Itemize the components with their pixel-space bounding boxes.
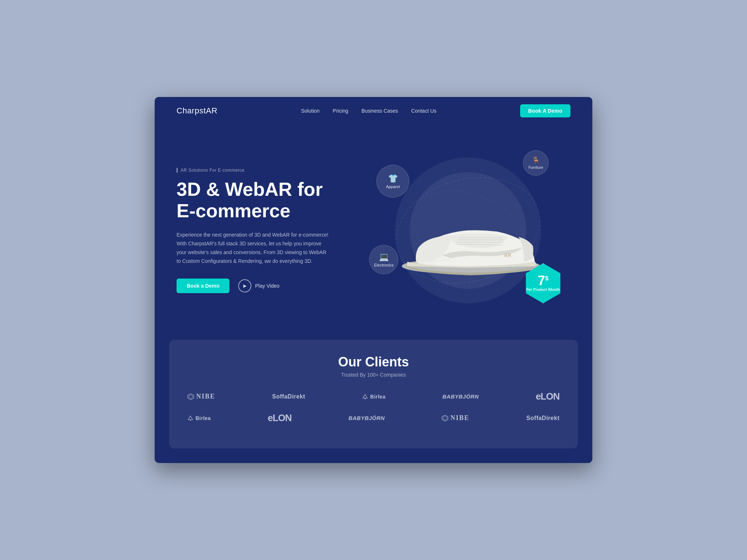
furniture-icon: 🪑: [532, 156, 540, 164]
price-currency: $: [545, 276, 549, 281]
client-birlea-2: Birlea: [187, 415, 211, 421]
hero-section: AR Solutions For E-commerce 3D & WebAR f…: [155, 125, 592, 340]
clients-title: Our Clients: [187, 354, 560, 370]
play-video-label: Play Video: [255, 283, 279, 289]
play-icon: ▶: [238, 279, 251, 292]
clients-section: Our Clients Trusted By 100+ Companies NI…: [169, 340, 578, 448]
logo-bold: Charpst: [177, 106, 206, 115]
electronics-label: Electronics: [374, 263, 394, 267]
furniture-label: Furniture: [529, 166, 543, 170]
category-apparel: 👕 Apparel: [376, 165, 409, 198]
clients-row-1: NIBE SoffaDirekt Birlea BABYBJÖRN eLON: [187, 391, 560, 402]
client-nibe-2: NIBE: [442, 414, 469, 422]
svg-marker-8: [363, 394, 367, 398]
hero-title: 3D & WebAR for E-commerce: [177, 179, 365, 222]
nav-contact-us[interactable]: Contact Us: [411, 108, 436, 114]
nav-business-cases[interactable]: Business Cases: [361, 108, 398, 114]
svg-rect-9: [365, 398, 366, 399]
svg-line-5: [457, 242, 504, 242]
hero-play-video-link[interactable]: ▶ Play Video: [238, 279, 279, 292]
birlea-tree-icon-2: [187, 415, 193, 421]
nav-pricing[interactable]: Pricing: [333, 108, 348, 114]
logo[interactable]: CharpstAR: [177, 106, 217, 116]
client-babybjorn-1: BABYBJÖRN: [442, 393, 479, 400]
hero-visual: 👕 Apparel 🪑 Furniture 💻 Electronics: [365, 143, 570, 318]
client-soffa-2: SoffaDirekt: [526, 415, 560, 421]
client-soffa-1: SoffaDirekt: [272, 393, 305, 400]
apparel-label: Apparel: [386, 184, 400, 189]
category-furniture: 🪑 Furniture: [523, 150, 549, 176]
clients-subtitle: Trusted By 100+ Companies: [187, 372, 560, 378]
navbar: CharpstAR Solution Pricing Business Case…: [155, 97, 592, 125]
client-elon-1: eLON: [536, 391, 560, 402]
shoe-image: AR: [395, 179, 548, 282]
client-birlea-1: Birlea: [362, 394, 386, 400]
electronics-icon: 💻: [379, 252, 389, 262]
svg-marker-10: [188, 416, 193, 420]
browser-window: CharpstAR Solution Pricing Business Case…: [155, 97, 592, 463]
hero-book-demo-button[interactable]: Book a Demo: [177, 279, 229, 293]
birlea-tree-icon: [362, 394, 368, 400]
apparel-icon: 👕: [388, 174, 398, 183]
category-electronics: 💻 Electronics: [369, 245, 398, 274]
hero-actions: Book a Demo ▶ Play Video: [177, 279, 365, 293]
nav-links: Solution Pricing Business Cases Contact …: [301, 108, 437, 114]
nibe-icon-2: [442, 415, 448, 421]
client-nibe-1: NIBE: [187, 393, 215, 400]
clients-row-2: Birlea eLON BABYBJÖRN NIBE SoffaDirekt: [187, 412, 560, 424]
client-elon-2: eLON: [268, 412, 291, 424]
hero-content: AR Solutions For E-commerce 3D & WebAR f…: [177, 168, 365, 293]
hero-description: Experience the next generation of 3D and…: [177, 231, 330, 265]
client-babybjorn-2: BABYBJÖRN: [348, 415, 385, 421]
svg-rect-11: [190, 420, 191, 421]
price-label: Per Product /Month: [526, 287, 560, 292]
nav-book-demo-button[interactable]: Book A Demo: [520, 104, 570, 117]
nav-solution[interactable]: Solution: [301, 108, 320, 114]
nibe-icon: [187, 393, 194, 400]
hero-eyebrow: AR Solutions For E-commerce: [177, 168, 365, 173]
price-number: 7$: [538, 274, 549, 287]
svg-text:AR: AR: [504, 252, 511, 258]
logo-light: AR: [206, 106, 218, 115]
